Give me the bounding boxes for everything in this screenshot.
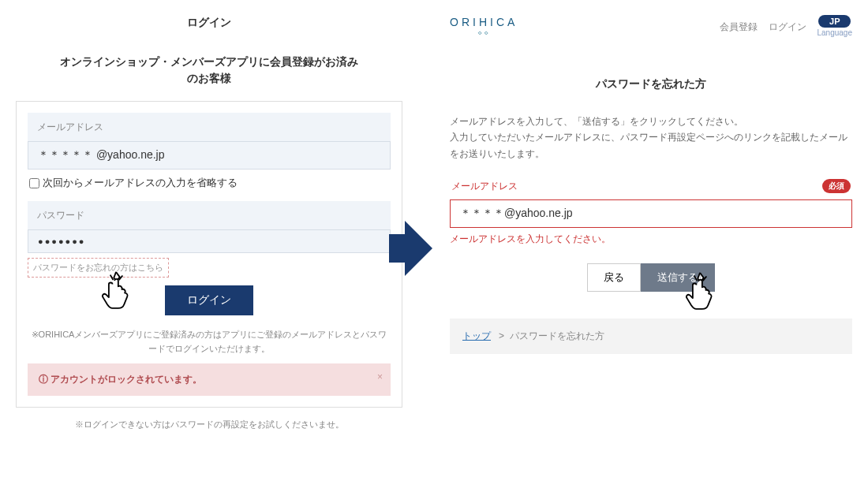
top-nav: 会員登録 ログイン JP Language: [720, 16, 853, 38]
arrow-icon: [402, 221, 434, 276]
required-badge: 必須: [822, 179, 851, 193]
breadcrumb-current: パスワードを忘れた方: [510, 330, 604, 341]
forgot-password-panel: ORIHICA ⋄⋄ 会員登録 ログイン JP Language パスワードを忘…: [450, 16, 852, 430]
breadcrumb: トップ > パスワードを忘れた方: [450, 319, 852, 354]
alert-close-icon[interactable]: ×: [377, 371, 383, 382]
remember-label: 次回からメールアドレスの入力を省略する: [43, 176, 238, 190]
brand-block: ORIHICA ⋄⋄: [450, 16, 518, 37]
alert-text: アカウントがロックされています。: [51, 374, 202, 385]
brand-ornament-icon: ⋄⋄: [450, 28, 518, 37]
send-button[interactable]: 送信する: [641, 263, 715, 292]
login-note: ※ORIHICAメンバーズアプリにご登録済みの方はアプリにご登録のメールアドレス…: [28, 328, 391, 356]
back-button[interactable]: 戻る: [587, 263, 641, 292]
nav-login-link[interactable]: ログイン: [769, 20, 806, 34]
remember-checkbox[interactable]: [29, 178, 39, 188]
nav-register-link[interactable]: 会員登録: [720, 20, 758, 34]
forgot-error-message: メールアドレスを入力してください。: [450, 233, 852, 246]
remember-row[interactable]: 次回からメールアドレスの入力を省略する: [28, 170, 391, 201]
email-input[interactable]: ＊＊＊＊＊ @yahoo.ne.jp: [28, 141, 391, 170]
login-subtitle: オンラインショップ・メンバーズアプリに会員登録がお済み のお客様: [16, 54, 402, 87]
login-panel: ログイン オンラインショップ・メンバーズアプリに会員登録がお済み のお客様 メー…: [16, 16, 402, 430]
password-label: パスワード: [28, 201, 391, 230]
forgot-email-input[interactable]: ＊＊＊＊@yahoo.ne.jp: [450, 199, 852, 228]
forgot-email-label: メールアドレス: [451, 180, 518, 193]
brand-logo[interactable]: ORIHICA: [450, 16, 518, 28]
forgot-title: パスワードを忘れた方: [450, 77, 852, 91]
forgot-description: メールアドレスを入力して、「送信する」をクリックしてください。 入力していただい…: [450, 114, 852, 162]
password-input[interactable]: ●●●●●●●: [28, 229, 391, 253]
breadcrumb-top-link[interactable]: トップ: [462, 330, 491, 341]
login-footer-note: ※ログインできない方はパスワードの再設定をお試しくださいませ。: [16, 419, 402, 430]
language-label: Language: [817, 28, 853, 37]
forgot-password-link[interactable]: パスワードをお忘れの方はこちら: [28, 258, 169, 278]
login-title: ログイン: [16, 16, 402, 30]
alert-icon: ⓘ: [39, 374, 51, 385]
login-button[interactable]: ログイン: [165, 285, 253, 315]
breadcrumb-separator: >: [499, 330, 504, 341]
language-chip[interactable]: JP: [818, 15, 851, 28]
login-form-box: メールアドレス ＊＊＊＊＊ @yahoo.ne.jp 次回からメールアドレスの入…: [16, 101, 402, 408]
email-label: メールアドレス: [28, 113, 391, 142]
alert-locked: ⓘ アカウントがロックされています。 ×: [28, 363, 391, 396]
